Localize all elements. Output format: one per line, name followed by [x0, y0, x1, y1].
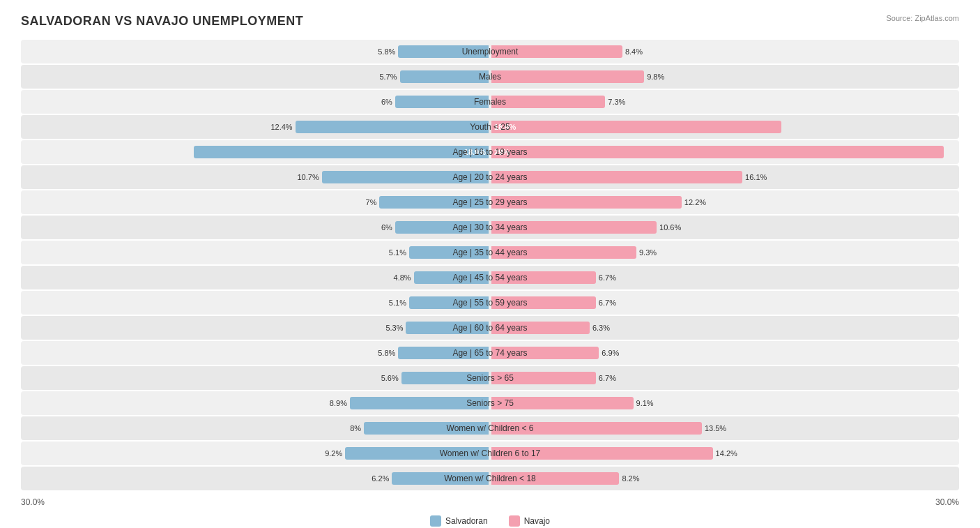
axis-row: 30.0% 30.0% [21, 492, 959, 510]
chart-source: Source: ZipAtlas.com [886, 14, 959, 22]
bar-value-right: 9.3% [639, 248, 657, 257]
bar-left: 9.2% [345, 447, 489, 460]
bar-value-left: 6% [381, 98, 392, 106]
bar-value-right: 7.3% [608, 98, 625, 106]
bar-left: 7% [379, 196, 489, 209]
bar-right: 6.3% [491, 322, 590, 334]
bar-left: 18.9% [194, 146, 489, 158]
right-half: 9.8% [490, 65, 959, 89]
left-half: 5.8% [21, 40, 490, 63]
axis-right: 30.0% [935, 497, 959, 507]
bar-value-right: 6.7% [599, 299, 616, 307]
bar-value-right: 14.2% [716, 449, 737, 458]
right-half: 12.2% [490, 190, 959, 214]
left-half: 7% [21, 190, 490, 214]
left-half: 5.1% [21, 291, 490, 315]
left-half: 5.6% [21, 366, 490, 390]
bar-right: 12.2% [491, 196, 682, 209]
left-half: 6% [21, 90, 490, 114]
bar-right: 18.6% [491, 121, 781, 133]
chart-row: 6% Females 7.3% [21, 90, 959, 114]
chart-row: 5.6% Seniors > 65 6.7% [21, 366, 959, 390]
bar-value-right: 16.1% [745, 173, 767, 181]
bar-value-right-inside: 29% [494, 148, 510, 156]
bar-value-right: 6.3% [592, 324, 610, 332]
bar-value-left: 8.9% [330, 399, 347, 407]
left-half: 9.2% [21, 442, 490, 465]
bar-left: 12.4% [296, 121, 489, 133]
bar-left: 5.8% [398, 347, 489, 359]
right-half: 7.3% [490, 90, 959, 114]
bar-right: 6.7% [491, 296, 596, 309]
bar-right: 16.1% [491, 171, 742, 183]
chart-row: 4.8% Age | 45 to 54 years 6.7% [21, 266, 959, 289]
chart-area: 5.8% Unemployment 8.4% 5.7% Males 9.8% 6… [21, 40, 959, 490]
legend-box-navajo [509, 515, 520, 527]
left-half: 5.1% [21, 241, 490, 264]
bar-left: 5.1% [409, 246, 489, 259]
left-half: 8.9% [21, 391, 490, 415]
bar-value-right: 10.6% [659, 223, 681, 232]
left-half: 10.7% [21, 165, 490, 189]
bar-right: 29% [491, 146, 944, 158]
right-half: 6.7% [490, 266, 959, 289]
right-half: 9.3% [490, 241, 959, 264]
bar-left: 5.7% [400, 70, 489, 83]
legend-item-navajo: Navajo [509, 515, 550, 527]
right-half: 8.4% [490, 40, 959, 63]
bar-value-right: 13.5% [705, 424, 726, 432]
chart-row: 5.8% Unemployment 8.4% [21, 40, 959, 63]
chart-title: SALVADORAN VS NAVAJO UNEMPLOYMENT [21, 14, 303, 29]
bar-value-left-inside: 18.9% [464, 148, 486, 156]
left-half: 5.8% [21, 341, 490, 365]
bar-right: 13.5% [491, 422, 702, 435]
bar-value-right: 12.2% [684, 198, 706, 206]
chart-row: 9.2% Women w/ Children 6 to 17 14.2% [21, 442, 959, 465]
bar-left: 8% [364, 422, 489, 435]
chart-container: SALVADORAN VS NAVAJO UNEMPLOYMENT Source… [0, 0, 980, 528]
bar-value-left: 8% [350, 424, 361, 432]
chart-row: 5.1% Age | 35 to 44 years 9.3% [21, 241, 959, 264]
chart-row: 7% Age | 25 to 29 years 12.2% [21, 190, 959, 214]
bar-right: 10.6% [491, 221, 657, 234]
legend-label-navajo: Navajo [524, 516, 550, 526]
legend-item-salvadoran: Salvadoran [430, 515, 488, 527]
chart-row: 8.9% Seniors > 75 9.1% [21, 391, 959, 415]
bar-right: 8.4% [491, 45, 622, 58]
left-half: 18.9% [21, 140, 490, 164]
right-half: 16.1% [490, 165, 959, 189]
bar-value-right: 9.1% [636, 399, 654, 407]
bar-left: 5.1% [409, 296, 489, 309]
bar-left: 5.3% [406, 322, 489, 334]
right-half: 9.1% [490, 391, 959, 415]
left-half: 5.3% [21, 316, 490, 340]
left-half: 5.7% [21, 65, 490, 89]
bar-value-left: 6% [381, 223, 392, 232]
left-half: 6% [21, 216, 490, 239]
bar-right: 8.2% [491, 472, 619, 485]
bar-value-left: 10.7% [297, 173, 319, 181]
bar-value-right: 9.8% [647, 73, 664, 81]
right-half: 6.3% [490, 316, 959, 340]
chart-header: SALVADORAN VS NAVAJO UNEMPLOYMENT Source… [21, 14, 959, 29]
right-half: 6.7% [490, 291, 959, 315]
bar-left: 5.8% [398, 45, 489, 58]
right-half: 14.2% [490, 442, 959, 465]
bar-value-left: 5.8% [378, 47, 395, 56]
bar-right: 6.9% [491, 347, 599, 359]
right-half: 6.7% [490, 366, 959, 390]
bar-value-left: 5.7% [379, 73, 397, 81]
chart-row: 6.2% Women w/ Children < 18 8.2% [21, 467, 959, 490]
legend-box-salvadoran [430, 515, 441, 527]
bar-right: 14.2% [491, 447, 713, 460]
left-half: 4.8% [21, 266, 490, 289]
bar-right: 6.7% [491, 372, 596, 384]
bar-left: 6.2% [392, 472, 489, 485]
chart-row: 6% Age | 30 to 34 years 10.6% [21, 216, 959, 239]
bar-left: 6% [395, 96, 489, 108]
bar-value-right: 8.4% [625, 47, 643, 56]
chart-row: 8% Women w/ Children < 6 13.5% [21, 416, 959, 440]
bar-left: 4.8% [414, 271, 489, 284]
bar-value-right: 6.7% [599, 273, 616, 282]
chart-row: 5.8% Age | 65 to 74 years 6.9% [21, 341, 959, 365]
